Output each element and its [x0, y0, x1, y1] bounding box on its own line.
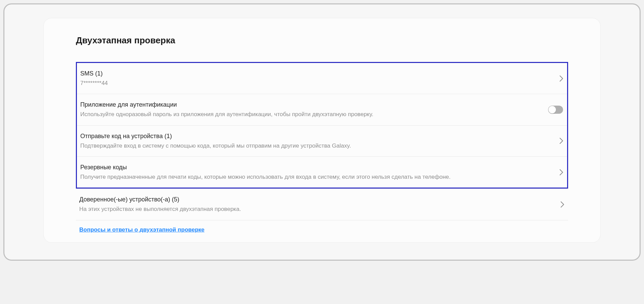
highlighted-settings-group: SMS (1) 7********44 Приложение для аутен… — [76, 62, 568, 189]
row-title: Резервные коды — [80, 163, 549, 172]
backup-codes-setting-row[interactable]: Резервные коды Получите предназначенные … — [77, 157, 567, 188]
chevron-right-icon — [561, 201, 564, 208]
row-text: Доверенное(-ые) устройство(-а) (5) На эт… — [79, 195, 561, 214]
faq-row: Вопросы и ответы о двухэтапной проверке — [76, 220, 568, 239]
sms-setting-row[interactable]: SMS (1) 7********44 — [77, 63, 567, 94]
chevron-right-icon — [560, 75, 563, 82]
trusted-devices-setting-row[interactable]: Доверенное(-ые) устройство(-а) (5) На эт… — [76, 189, 568, 220]
authenticator-app-setting-row[interactable]: Приложение для аутентификации Используйт… — [77, 94, 567, 125]
row-subtitle: 7********44 — [80, 79, 549, 88]
toggle-knob — [548, 106, 556, 113]
row-subtitle: Получите предназначенные для печати коды… — [80, 173, 549, 181]
other-settings-group: Доверенное(-ые) устройство(-а) (5) На эт… — [76, 189, 568, 239]
send-code-devices-setting-row[interactable]: Отправьте код на устройства (1) Подтверж… — [77, 126, 567, 157]
chevron-right-icon — [560, 169, 563, 175]
row-title: SMS (1) — [80, 69, 549, 78]
faq-link[interactable]: Вопросы и ответы о двухэтапной проверке — [79, 226, 205, 233]
row-subtitle: На этих устройствах не выполняется двухэ… — [79, 205, 550, 214]
chevron-right-icon — [560, 138, 563, 144]
row-text: Резервные коды Получите предназначенные … — [80, 163, 560, 181]
row-subtitle: Используйте одноразовый пароль из прилож… — [80, 110, 538, 119]
page-title: Двухэтапная проверка — [76, 35, 568, 46]
authenticator-toggle[interactable] — [548, 106, 563, 114]
row-text: Приложение для аутентификации Используйт… — [80, 100, 548, 119]
row-title: Отправьте код на устройства (1) — [80, 132, 549, 141]
settings-card: Двухэтапная проверка SMS (1) 7********44… — [43, 18, 601, 243]
row-text: Отправьте код на устройства (1) Подтверж… — [80, 132, 560, 150]
outer-frame: Двухэтапная проверка SMS (1) 7********44… — [3, 3, 641, 261]
row-title: Доверенное(-ые) устройство(-а) (5) — [79, 195, 550, 204]
row-subtitle: Подтверждайте вход в систему с помощью к… — [80, 142, 549, 150]
row-text: SMS (1) 7********44 — [80, 69, 560, 88]
row-title: Приложение для аутентификации — [80, 100, 538, 109]
